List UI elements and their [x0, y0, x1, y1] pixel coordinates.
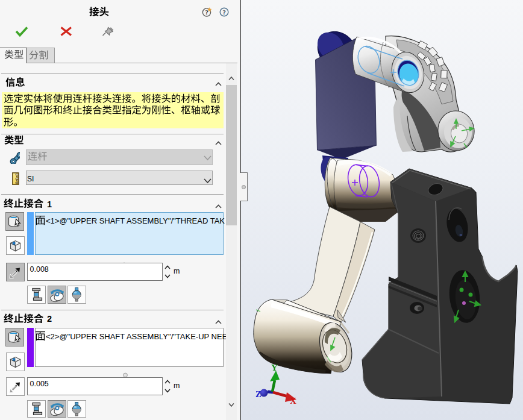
svg-text:?: ?: [205, 9, 208, 16]
svg-text:Z: Z: [255, 389, 262, 399]
svg-text:Y: Y: [271, 363, 278, 372]
svg-text:?: ?: [222, 9, 225, 16]
svg-text:X: X: [290, 396, 296, 406]
